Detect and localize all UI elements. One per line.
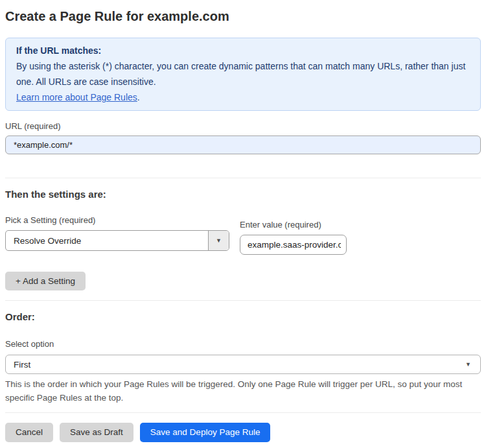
url-input[interactable] [5, 136, 481, 154]
info-box-link-line: Learn more about Page Rules. [16, 89, 470, 105]
order-help-text: This is the order in which your Page Rul… [5, 377, 472, 405]
chevron-down-icon: ▼ [465, 361, 471, 368]
order-select-value: First [14, 360, 465, 370]
order-section-heading: Order: [5, 311, 481, 322]
save-and-deploy-button[interactable]: Save and Deploy Page Rule [140, 423, 271, 442]
url-field-label: URL (required) [5, 121, 481, 131]
info-box-heading: If the URL matches: [16, 43, 470, 58]
learn-more-link[interactable]: Learn more about Page Rules [16, 92, 137, 102]
url-match-info-box: If the URL matches: By using the asteris… [5, 38, 481, 111]
order-select[interactable]: First ▼ [5, 355, 481, 374]
chevron-down-icon: ▼ [216, 237, 222, 244]
link-period: . [137, 92, 140, 102]
page-title: Create a Page Rule for example.com [5, 9, 481, 23]
divider [5, 178, 481, 178]
action-button-row: Cancel Save as Draft Save and Deploy Pag… [5, 423, 481, 442]
setting-dropdown[interactable]: Resolve Override ▼ [5, 230, 229, 251]
enter-value-label: Enter value (required) [240, 220, 347, 230]
info-box-body: By using the asterisk (*) character, you… [16, 58, 470, 89]
order-select-label: Select option [5, 339, 481, 349]
pick-setting-label: Pick a Setting (required) [5, 215, 229, 225]
pick-setting-column: Pick a Setting (required) Resolve Overri… [5, 215, 229, 251]
setting-dropdown-value: Resolve Override [6, 231, 208, 250]
cancel-button[interactable]: Cancel [5, 423, 53, 442]
add-setting-button[interactable]: + Add a Setting [5, 272, 86, 290]
setting-dropdown-arrow-button[interactable]: ▼ [208, 231, 229, 250]
setting-value-input[interactable] [240, 235, 347, 255]
enter-value-column: Enter value (required) [240, 220, 347, 255]
setting-row: Pick a Setting (required) Resolve Overri… [5, 215, 481, 255]
divider [5, 412, 481, 413]
settings-section-heading: Then the settings are: [5, 189, 481, 200]
save-as-draft-button[interactable]: Save as Draft [60, 423, 133, 442]
divider [5, 300, 481, 301]
